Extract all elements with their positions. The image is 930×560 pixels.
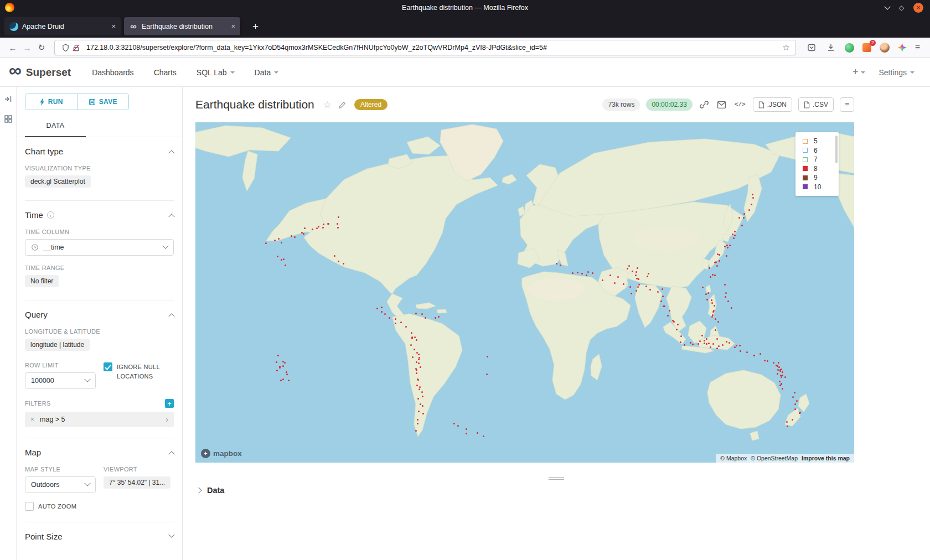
mapbox-logo-text: mapbox — [213, 449, 242, 458]
chevron-up-icon — [168, 214, 174, 220]
email-icon[interactable] — [717, 101, 726, 109]
add-filter-button[interactable]: + — [165, 399, 174, 408]
back-button[interactable]: ← — [6, 40, 20, 55]
extension-orange-icon[interactable]: 2 — [862, 43, 871, 52]
insecure-lock-icon[interactable] — [72, 44, 80, 52]
ignore-null-checkbox[interactable] — [104, 362, 112, 371]
earthquake-dot — [457, 425, 459, 427]
nav-dashboards[interactable]: Dashboards — [92, 68, 134, 77]
attribution-mapbox[interactable]: © Mapbox — [720, 455, 747, 462]
legend-row: 5 — [803, 137, 834, 146]
earthquake-dot — [706, 299, 708, 300]
map-style-select[interactable]: Outdoors — [25, 476, 96, 493]
nav-charts[interactable]: Charts — [154, 68, 177, 77]
earthquake-dot — [420, 403, 421, 405]
tab-apache-druid[interactable]: Apache Druid × — [4, 17, 121, 35]
favorite-star-icon[interactable]: ☆ — [323, 99, 332, 111]
share-link-icon[interactable] — [700, 100, 709, 109]
earthquake-dot — [707, 292, 709, 294]
viz-type-chip[interactable]: deck.gl Scatterplot — [25, 175, 91, 188]
window-maximize-icon[interactable]: ◇ — [899, 4, 904, 11]
scatterplot-map[interactable]: 5678910 mapbox © Mapbox © OpenStreetMap … — [195, 122, 854, 463]
legend-row: 7 — [803, 155, 834, 164]
earthquake-dot — [725, 292, 727, 294]
earthquake-dot — [286, 371, 287, 373]
dataset-grid-icon[interactable] — [4, 115, 13, 126]
ignore-null-checkbox-row[interactable]: IGNORE NULL LOCATIONS — [104, 362, 174, 381]
earthquake-dot — [278, 238, 280, 240]
edit-title-icon[interactable] — [338, 101, 347, 109]
attribution-improve-link[interactable]: Improve this map — [802, 455, 850, 462]
download-icon[interactable] — [826, 43, 835, 52]
legend-label: 8 — [814, 165, 818, 173]
earthquake-dot — [649, 289, 651, 291]
profile-avatar[interactable] — [880, 43, 890, 53]
earthquake-dot — [415, 430, 417, 432]
forward-button[interactable]: → — [20, 40, 34, 55]
chart-menu-button[interactable]: ≡ — [840, 97, 854, 112]
earthquake-dot — [782, 388, 783, 390]
nav-sql-lab[interactable]: SQL Lab — [197, 68, 235, 77]
earthquake-dot — [416, 372, 417, 374]
earthquake-dot — [782, 375, 783, 376]
section-header-chart-type[interactable]: Chart type — [25, 147, 174, 156]
drag-handle-icon[interactable] — [549, 477, 564, 480]
tab-data[interactable]: DATA — [25, 116, 86, 137]
remove-filter-icon[interactable]: × — [30, 416, 34, 423]
section-header-map[interactable]: Map — [25, 448, 174, 457]
earthquake-dot — [323, 224, 324, 225]
row-limit-select[interactable]: 100000 — [25, 372, 96, 389]
earthquake-dot — [645, 286, 647, 287]
section-header-time[interactable]: Timei — [25, 210, 174, 220]
lonlat-chip[interactable]: longitude | latitude — [25, 339, 90, 351]
export-csv-button[interactable]: .CSV — [798, 97, 834, 112]
expand-panel-icon[interactable] — [4, 95, 13, 106]
auto-zoom-checkbox-row[interactable]: AUTO ZOOM — [25, 502, 174, 511]
tab-close-icon[interactable]: × — [231, 22, 235, 30]
run-button[interactable]: RUN — [25, 94, 77, 110]
nav-data[interactable]: Data — [255, 68, 279, 77]
earthquake-dot — [794, 403, 796, 405]
section-header-point-size[interactable]: Point Size — [25, 532, 174, 541]
settings-menu[interactable]: Settings — [879, 68, 914, 77]
export-json-button[interactable]: .JSON — [753, 97, 792, 112]
panel-splitter[interactable] — [183, 463, 930, 486]
earthquake-dot — [781, 383, 782, 385]
earthquake-dot — [732, 234, 733, 235]
time-range-chip[interactable]: No filter — [25, 275, 59, 287]
data-results-toggle[interactable]: Data — [183, 486, 930, 495]
time-column-value: __time — [43, 243, 64, 251]
filter-expand-icon[interactable]: › — [166, 415, 168, 424]
window-minimize-icon[interactable] — [884, 3, 890, 9]
filter-chip[interactable]: × mag > 5 › — [25, 412, 174, 427]
shield-icon[interactable] — [61, 44, 70, 52]
pocket-icon[interactable] — [807, 43, 816, 52]
superset-logo[interactable]: ∞ Superset — [9, 66, 71, 79]
extension-green-icon[interactable] — [845, 43, 854, 53]
attribution-osm[interactable]: © OpenStreetMap — [751, 455, 798, 462]
bookmark-star-icon[interactable]: ☆ — [782, 43, 789, 53]
section-header-query[interactable]: Query — [25, 310, 174, 319]
earthquake-dot — [637, 267, 638, 269]
new-item-button[interactable]: + — [852, 66, 866, 78]
url-bar[interactable]: 172.18.0.3:32108/superset/explore/?form_… — [54, 40, 796, 55]
extension-pinwheel-icon[interactable] — [898, 43, 907, 52]
legend-scrollbar[interactable] — [835, 136, 838, 163]
earthquake-dot — [734, 346, 736, 348]
earthquake-dot — [294, 236, 296, 238]
new-tab-button[interactable]: + — [248, 20, 263, 33]
window-close-button[interactable]: × — [913, 3, 923, 13]
tab-earthquake-distribution[interactable]: ∞ Earthquake distribution × — [124, 17, 240, 35]
time-column-select[interactable]: __time — [25, 239, 174, 256]
earthquake-dot — [746, 351, 748, 353]
embed-code-icon[interactable]: </> — [735, 101, 746, 108]
reload-button[interactable]: ↻ — [34, 40, 49, 55]
earthquake-dot — [706, 343, 707, 345]
menu-hamburger-icon[interactable]: ≡ — [915, 43, 920, 53]
viewport-chip[interactable]: 7° 35' 54.02" | 31... — [104, 476, 170, 489]
auto-zoom-checkbox[interactable] — [25, 502, 34, 511]
chevron-down-icon — [274, 71, 278, 74]
save-button[interactable]: SAVE — [77, 94, 129, 110]
tab-close-icon[interactable]: × — [111, 22, 116, 30]
earthquake-dot — [282, 378, 284, 380]
